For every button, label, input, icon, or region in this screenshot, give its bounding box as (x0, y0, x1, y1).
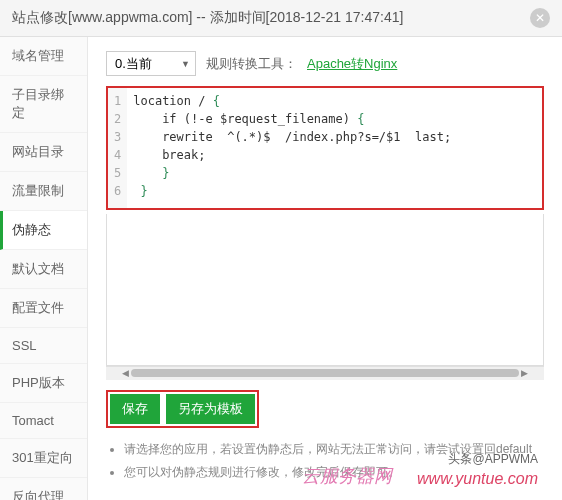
modal-header: 站点修改[www.appwma.com] -- 添加时间[2018-12-21 … (0, 0, 562, 37)
tool-label: 规则转换工具： (206, 55, 297, 73)
template-select[interactable]: 0.当前 (106, 51, 196, 76)
sidebar-item-11[interactable]: 反向代理 (0, 478, 87, 500)
sidebar-item-3[interactable]: 流量限制 (0, 172, 87, 211)
sidebar-item-5[interactable]: 默认文档 (0, 250, 87, 289)
sidebar-item-0[interactable]: 域名管理 (0, 37, 87, 76)
scrollbar-thumb[interactable] (131, 369, 519, 377)
code-editor-rest[interactable] (106, 214, 544, 366)
sidebar-item-10[interactable]: 301重定向 (0, 439, 87, 478)
scroll-right-icon[interactable]: ▶ (519, 368, 530, 378)
watermark-attribution: 头条@APPWMA (448, 451, 538, 468)
sidebar-item-9[interactable]: Tomact (0, 403, 87, 439)
watermark-brand: 云服务器网 (302, 464, 392, 488)
sidebar-item-8[interactable]: PHP版本 (0, 364, 87, 403)
watermark-url: www.yuntue.com (417, 470, 538, 488)
apache-to-nginx-link[interactable]: Apache转Nginx (307, 55, 397, 73)
sidebar-item-4[interactable]: 伪静态 (0, 211, 87, 250)
save-button[interactable]: 保存 (110, 394, 160, 424)
code-content[interactable]: location / { if (!-e $request_filename) … (127, 88, 542, 208)
sidebar-item-2[interactable]: 网站目录 (0, 133, 87, 172)
close-icon[interactable]: ✕ (530, 8, 550, 28)
save-as-template-button[interactable]: 另存为模板 (166, 394, 255, 424)
sidebar-item-7[interactable]: SSL (0, 328, 87, 364)
code-editor-highlight: 123456 location / { if (!-e $request_fil… (106, 86, 544, 210)
code-editor[interactable]: 123456 location / { if (!-e $request_fil… (108, 88, 542, 208)
sidebar-item-1[interactable]: 子目录绑定 (0, 76, 87, 133)
sidebar-nav: 域名管理子目录绑定网站目录流量限制伪静态默认文档配置文件SSLPHP版本Toma… (0, 37, 88, 500)
horizontal-scrollbar[interactable]: ◀ ▶ (106, 366, 544, 380)
scroll-left-icon[interactable]: ◀ (120, 368, 131, 378)
toolbar: 0.当前 规则转换工具： Apache转Nginx (106, 51, 544, 76)
modal-title: 站点修改[www.appwma.com] -- 添加时间[2018-12-21 … (12, 9, 403, 27)
main-panel: 0.当前 规则转换工具： Apache转Nginx 123456 locatio… (88, 37, 562, 500)
sidebar-item-6[interactable]: 配置文件 (0, 289, 87, 328)
button-row: 保存 另存为模板 (106, 390, 544, 428)
line-gutter: 123456 (108, 88, 127, 208)
